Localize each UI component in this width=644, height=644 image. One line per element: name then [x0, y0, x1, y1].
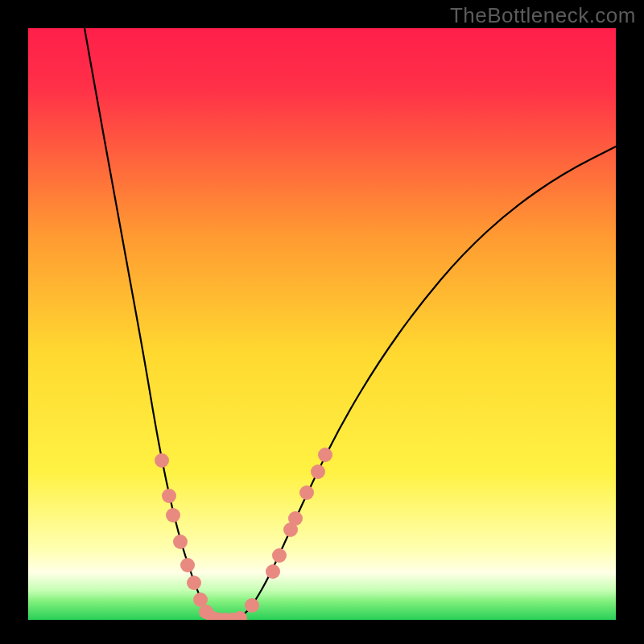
data-marker: [162, 489, 176, 503]
data-marker: [288, 511, 303, 526]
bottleneck-chart: [0, 0, 644, 644]
data-marker: [272, 548, 287, 563]
data-marker: [266, 564, 280, 579]
data-marker: [180, 558, 195, 572]
data-marker: [245, 598, 259, 613]
data-marker: [311, 464, 325, 479]
chart-container: { "watermark": "TheBottleneck.com", "col…: [0, 0, 644, 644]
data-marker: [166, 508, 180, 522]
data-marker: [318, 448, 332, 462]
data-marker: [173, 535, 188, 549]
watermark-text: TheBottleneck.com: [450, 3, 636, 28]
data-marker: [155, 453, 169, 468]
data-marker: [299, 485, 314, 500]
data-marker: [187, 576, 201, 590]
gradient-background: [28, 28, 616, 620]
